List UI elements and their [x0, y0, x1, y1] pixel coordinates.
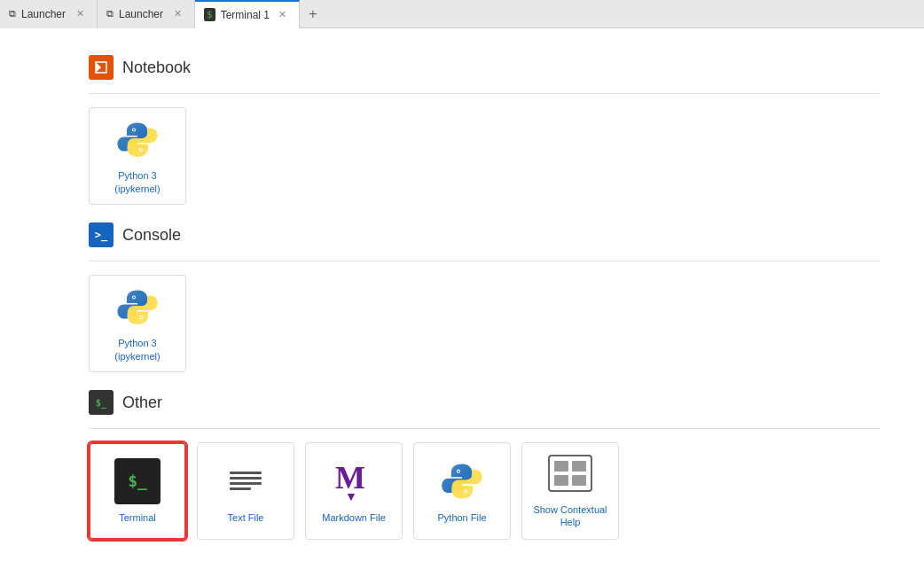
- tab-terminal-1[interactable]: $ Terminal 1 ✕: [195, 0, 300, 28]
- launcher-tab-icon-2: ⧉: [106, 8, 114, 19]
- svg-point-15: [465, 490, 466, 492]
- text-file-card[interactable]: Text File: [197, 442, 294, 540]
- other-cards: $_ Terminal Text File: [89, 442, 880, 540]
- svg-point-7: [133, 296, 135, 298]
- tab-add-button[interactable]: +: [300, 0, 326, 28]
- python3-notebook-card[interactable]: Python 3(ipykernel): [89, 107, 186, 205]
- svg-marker-1: [96, 62, 101, 73]
- svg-point-3: [133, 129, 135, 130]
- text-file-icon: [224, 458, 267, 504]
- python3-console-card[interactable]: Python 3(ipykernel): [89, 275, 186, 372]
- contextual-help-card[interactable]: Show ContextualHelp: [521, 442, 619, 540]
- svg-rect-19: [554, 475, 568, 486]
- svg-rect-18: [572, 461, 586, 472]
- tab-close-3[interactable]: ✕: [275, 7, 290, 22]
- markdown-file-card[interactable]: M ▼ Markdown File: [305, 442, 403, 540]
- console-header: >_ Console: [89, 222, 880, 247]
- tab-label-1: Launcher: [21, 8, 66, 20]
- svg-point-13: [458, 470, 459, 472]
- markdown-file-label: Markdown File: [322, 511, 386, 524]
- terminal-card[interactable]: $_ Terminal: [89, 442, 186, 540]
- terminal-card-icon: $_: [114, 458, 161, 504]
- svg-rect-17: [554, 461, 568, 472]
- notebook-section: Notebook: [89, 55, 880, 205]
- svg-rect-20: [572, 475, 586, 486]
- launcher-content: Notebook: [0, 28, 924, 577]
- tab-bar: ⧉ Launcher ✕ ⧉ Launcher ✕ $ Terminal 1 ✕…: [0, 0, 924, 28]
- terminal-card-label: Terminal: [119, 511, 156, 524]
- python3-notebook-label: Python 3(ipykernel): [114, 169, 160, 195]
- other-section: $_ Other $_ Terminal Text: [89, 390, 880, 540]
- tab-label-3: Terminal 1: [221, 9, 270, 21]
- svg-text:▼: ▼: [345, 489, 357, 503]
- notebook-header: Notebook: [89, 55, 880, 80]
- terminal-tab-icon: $: [204, 8, 215, 21]
- other-section-title: Other: [122, 394, 162, 412]
- console-cards: Python 3(ipykernel): [89, 275, 880, 372]
- notebook-cards: Python 3(ipykernel): [89, 107, 880, 205]
- tab-launcher-1[interactable]: ⧉ Launcher ✕: [0, 0, 98, 28]
- svg-point-9: [140, 316, 142, 318]
- text-file-label: Text File: [228, 511, 264, 524]
- python3-console-label: Python 3(ipykernel): [114, 337, 160, 363]
- python-file-card[interactable]: Python File: [413, 442, 511, 540]
- other-divider: [89, 428, 880, 429]
- tab-label-2: Launcher: [119, 8, 163, 20]
- python-notebook-icon: [114, 117, 161, 162]
- console-section-title: Console: [122, 226, 181, 245]
- console-section-icon: >_: [89, 222, 114, 247]
- notebook-section-title: Notebook: [122, 58, 191, 77]
- tab-close-2[interactable]: ✕: [170, 6, 185, 21]
- console-section: >_ Console: [89, 222, 880, 372]
- python-file-label: Python File: [437, 511, 486, 524]
- console-divider: [89, 261, 880, 261]
- notebook-section-icon: [89, 55, 114, 80]
- markdown-file-icon: M ▼: [331, 458, 377, 504]
- contextual-help-label: Show ContextualHelp: [533, 503, 607, 529]
- python-console-icon: [114, 285, 161, 330]
- tab-close-1[interactable]: ✕: [73, 6, 88, 21]
- other-section-icon: $_: [89, 390, 114, 415]
- contextual-help-icon: [547, 454, 593, 496]
- other-header: $_ Other: [89, 390, 880, 415]
- svg-point-5: [140, 149, 142, 151]
- tab-launcher-2[interactable]: ⧉ Launcher ✕: [98, 0, 195, 28]
- launcher-tab-icon-1: ⧉: [9, 8, 16, 19]
- notebook-divider: [89, 93, 880, 94]
- python-file-icon: [439, 458, 485, 504]
